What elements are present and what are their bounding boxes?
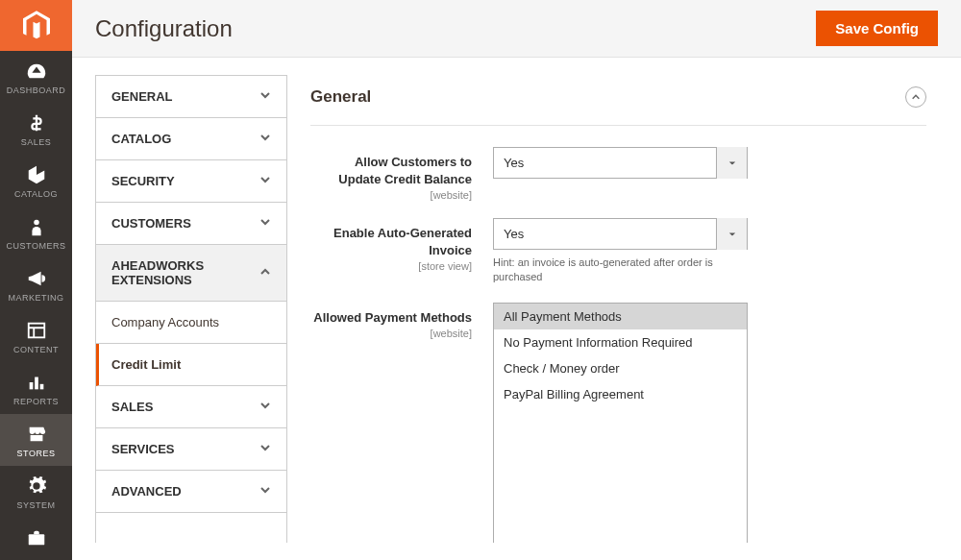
nav-dashboard[interactable]: DASHBOARD [0,51,72,103]
tab-security[interactable]: SECURITY [96,160,286,203]
allowed-methods-multiselect[interactable]: All Payment Methods No Payment Informati… [493,303,748,543]
store-icon [26,424,47,445]
label-text: Enable Auto-Generated Invoice [333,226,472,257]
dropdown-arrow-button[interactable] [716,218,747,250]
chevron-down-icon [259,484,271,499]
tab-label: CUSTOMERS [111,216,191,231]
nav-sales[interactable]: SALES [0,103,72,155]
box-icon [26,164,47,185]
tab-advanced[interactable]: ADVANCED [96,471,286,513]
nav-label: DASHBOARD [7,85,66,95]
gear-icon [26,475,47,497]
field-allowed-payment-methods: Allowed Payment Methods [website] All Pa… [310,303,926,543]
section-header[interactable]: General [310,75,926,126]
auto-invoice-select[interactable]: Yes [493,218,748,250]
nav-reports[interactable]: REPORTS [0,362,72,414]
page-header: Configuration Save Config [72,0,961,58]
form-area: General Allow Customers to Update Credit… [310,75,938,543]
select-value: Yes [494,156,716,170]
save-config-button[interactable]: Save Config [816,11,938,46]
payment-option[interactable]: All Payment Methods [494,304,747,329]
nav-label: STORES [17,449,56,458]
tab-label: ADVANCED [111,484,182,499]
svg-rect-1 [28,324,44,338]
bar-chart-icon [26,372,47,393]
nav-label: CUSTOMERS [7,241,66,251]
nav-partners[interactable] [0,518,72,560]
subtab-label: Credit Limit [111,357,181,372]
person-icon [26,216,47,237]
dropdown-arrow-button[interactable] [716,147,747,179]
layout-icon [26,320,47,341]
tab-sales[interactable]: SALES [96,386,286,428]
svg-point-0 [34,220,39,226]
select-value: Yes [494,227,716,241]
svg-rect-5 [28,534,44,545]
label-text: Allowed Payment Methods [313,310,472,325]
allow-update-select[interactable]: Yes [493,147,748,179]
chevron-up-icon [911,92,921,102]
content-row: GENERAL CATALOG SECURITY CUSTOMERS AHEAD… [72,58,961,560]
field-hint: Hint: an invoice is auto-generated after… [493,256,748,285]
page-title: Configuration [95,15,233,42]
main-area: Configuration Save Config GENERAL CATALO… [72,0,961,560]
chevron-down-icon [259,400,271,414]
payment-option[interactable]: Check / Money order [494,355,747,381]
tab-catalog[interactable]: CATALOG [96,118,286,160]
field-control: Yes Hint: an invoice is auto-generated a… [493,218,748,285]
tab-label: SERVICES [111,442,175,456]
nav-label: MARKETING [8,293,63,303]
nav-content[interactable]: CONTENT [0,310,72,362]
scope-text: [website] [310,189,472,201]
nav-stores[interactable]: STORES [0,414,72,466]
tab-general[interactable]: GENERAL [96,76,286,118]
nav-label: CATALOG [14,189,58,199]
tab-label: GENERAL [111,89,173,104]
field-control: Yes [493,147,748,179]
payment-option[interactable]: No Payment Information Required [494,329,747,355]
nav-label: REPORTS [13,397,59,406]
svg-rect-4 [39,384,43,390]
nav-system[interactable]: SYSTEM [0,466,72,518]
label-text: Allow Customers to Update Credit Balance [338,155,472,186]
nav-label: CONTENT [13,345,59,354]
nav-catalog[interactable]: CATALOG [0,155,72,207]
admin-sidebar: DASHBOARD SALES CATALOG CUSTOMERS MARKET… [0,0,72,560]
nav-customers[interactable]: CUSTOMERS [0,207,72,258]
chevron-down-icon [259,216,271,231]
subtab-company-accounts[interactable]: Company Accounts [96,302,286,344]
collapse-section-button[interactable] [905,86,926,108]
gauge-icon [26,61,47,82]
field-auto-invoice: Enable Auto-Generated Invoice [store vie… [310,218,926,285]
nav-label: SALES [21,137,52,147]
tab-services[interactable]: SERVICES [96,428,286,471]
field-control: All Payment Methods No Payment Informati… [493,303,748,543]
tab-customers[interactable]: CUSTOMERS [96,203,286,245]
tab-label: SECURITY [111,174,175,188]
subtab-label: Company Accounts [111,315,219,329]
scope-text: [store view] [310,260,472,272]
tab-aheadworks-extensions[interactable]: AHEADWORKS EXTENSIONS [96,245,286,302]
nav-label: SYSTEM [16,500,55,510]
caret-down-icon [728,231,736,238]
chevron-down-icon [259,442,271,456]
tab-label: CATALOG [111,132,171,146]
field-label: Allowed Payment Methods [website] [310,303,493,339]
tab-label: AHEADWORKS EXTENSIONS [111,258,246,287]
magento-logo-icon [23,11,50,41]
field-label: Allow Customers to Update Credit Balance… [310,147,493,201]
config-tabs: GENERAL CATALOG SECURITY CUSTOMERS AHEAD… [95,75,287,543]
chevron-down-icon [259,174,271,188]
briefcase-icon [26,527,47,548]
caret-down-icon [728,159,736,167]
scope-text: [website] [310,328,472,339]
svg-rect-3 [35,377,38,390]
svg-rect-2 [29,382,33,389]
megaphone-icon [26,268,47,289]
chevron-up-icon [259,266,271,280]
nav-marketing[interactable]: MARKETING [0,258,72,310]
magento-logo[interactable] [0,0,72,51]
subtab-credit-limit[interactable]: Credit Limit [96,344,286,386]
payment-option[interactable]: PayPal Billing Agreement [494,381,747,407]
field-label: Enable Auto-Generated Invoice [store vie… [310,218,493,272]
